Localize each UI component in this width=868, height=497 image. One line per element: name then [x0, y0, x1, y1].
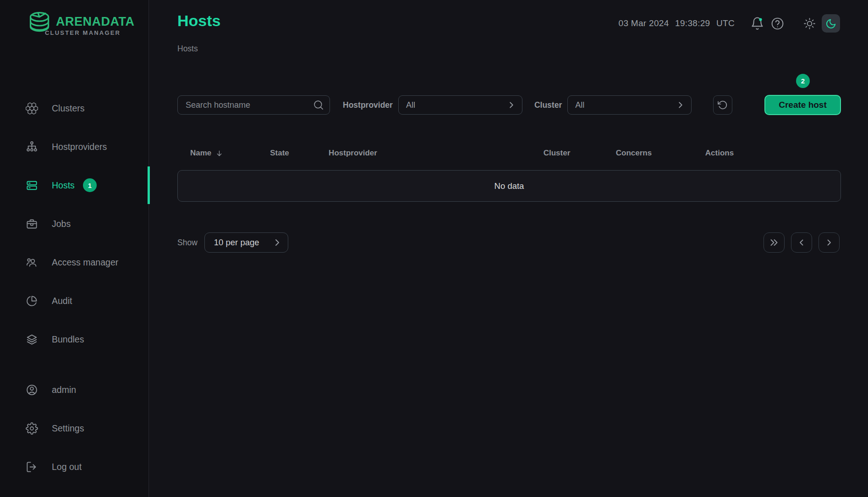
dark-theme-toggle[interactable] [822, 14, 840, 33]
date-text: 03 Mar 2024 [619, 18, 669, 28]
per-page-control: Show 10 per page [177, 232, 288, 253]
sidebar-item-label: Hosts [52, 180, 75, 191]
sidebar-item-label: Jobs [52, 219, 71, 229]
pagination [764, 232, 840, 253]
column-header-hostprovider: Hostprovider [329, 149, 377, 158]
sidebar-item-audit[interactable]: Audit [0, 282, 148, 320]
per-page-select[interactable]: 10 per page [204, 232, 288, 253]
column-header-state: State [270, 149, 289, 158]
breadcrumb: Hosts [177, 44, 198, 54]
search-box [177, 95, 330, 115]
sidebar-nav: Clusters Hostproviders [0, 89, 148, 486]
search-icon[interactable] [313, 99, 324, 111]
hosts-table-header: Name State Hostprovider Cluster Concerns… [177, 149, 841, 163]
sidebar-item-settings[interactable]: Settings [0, 409, 148, 447]
sidebar-item-logout[interactable]: Log out [0, 447, 148, 486]
no-data-text: No data [494, 181, 524, 191]
brand-subtitle: CLUSTER MANAGER [45, 29, 121, 36]
chevron-right-icon [824, 237, 835, 248]
refresh-button[interactable] [713, 95, 732, 115]
hosts-icon [26, 179, 38, 192]
chevron-right-icon [272, 237, 283, 248]
hostprovider-filter-value: All [406, 100, 415, 110]
sidebar-item-jobs[interactable]: Jobs [0, 204, 148, 243]
show-label: Show [177, 238, 198, 248]
audit-icon [26, 295, 38, 307]
search-hostname-input[interactable] [177, 95, 330, 115]
hostprovider-filter-select[interactable]: All [398, 95, 522, 115]
hosts-count-badge: 1 [83, 178, 97, 192]
column-header-cluster: Cluster [544, 149, 571, 158]
empty-table-placeholder: No data [177, 170, 841, 202]
access-manager-icon [26, 256, 38, 269]
per-page-value: 10 per page [214, 237, 259, 248]
sidebar-item-label: admin [52, 385, 76, 395]
sidebar-item-label: Access manager [52, 257, 118, 268]
next-page-button[interactable] [819, 232, 840, 253]
sidebar-item-hosts[interactable]: Hosts 1 [0, 166, 148, 204]
topbar: 03 Mar 2024 19:38:29 UTC [619, 14, 840, 33]
chevron-right-icon [506, 100, 516, 110]
refresh-icon [717, 99, 728, 110]
moon-icon [825, 18, 837, 29]
previous-page-button[interactable] [791, 232, 812, 253]
sidebar-item-label: Settings [52, 423, 84, 434]
sidebar-item-clusters[interactable]: Clusters [0, 89, 148, 127]
create-host-button[interactable]: Create host [764, 95, 841, 115]
jobs-icon [26, 218, 38, 230]
column-header-name[interactable]: Name [190, 149, 223, 158]
cluster-filter-select[interactable]: All [567, 95, 692, 115]
brand-name: ARENADATA [56, 15, 134, 29]
datetime-display: 03 Mar 2024 19:38:29 UTC [619, 18, 735, 28]
time-text: 19:38:29 [675, 18, 710, 28]
sidebar-item-label: Hostproviders [52, 142, 107, 152]
cluster-filter-label: Cluster [534, 100, 562, 110]
bundles-icon [26, 333, 38, 346]
help-icon[interactable] [770, 17, 785, 31]
chevron-left-icon [796, 237, 807, 248]
settings-gear-icon [26, 422, 38, 435]
cluster-filter-value: All [575, 100, 584, 110]
sidebar: ARENADATA CLUSTER MANAGER Clusters [0, 0, 149, 497]
create-host-count-badge: 2 [796, 74, 810, 88]
hostprovider-filter-label: Hostprovider [343, 100, 393, 110]
sidebar-item-hostproviders[interactable]: Hostproviders [0, 127, 148, 166]
clusters-icon [26, 102, 38, 115]
sidebar-item-label: Bundles [52, 334, 84, 345]
sidebar-item-label: Log out [52, 462, 82, 472]
hostproviders-icon [26, 141, 38, 153]
brand-logo: ARENADATA CLUSTER MANAGER [27, 10, 132, 39]
sort-desc-arrow-icon [215, 149, 223, 157]
light-theme-sun-icon[interactable] [803, 17, 816, 30]
last-page-button[interactable] [764, 232, 785, 253]
user-icon [26, 384, 38, 396]
logout-icon [26, 461, 38, 473]
notifications-bell-icon[interactable] [750, 17, 764, 31]
column-header-actions: Actions [705, 149, 734, 158]
sidebar-item-label: Clusters [52, 103, 85, 114]
app-window: ARENADATA CLUSTER MANAGER Clusters [0, 0, 868, 497]
chevrons-right-icon [768, 237, 780, 248]
sidebar-item-admin[interactable]: admin [0, 370, 148, 409]
page-title: Hosts [177, 12, 220, 30]
column-header-concerns: Concerns [616, 149, 652, 158]
sidebar-item-label: Audit [52, 296, 72, 306]
chevron-right-icon [676, 100, 686, 110]
sidebar-item-bundles[interactable]: Bundles [0, 320, 148, 359]
sidebar-item-access-manager[interactable]: Access manager [0, 243, 148, 282]
nav-section-gap [0, 359, 148, 370]
timezone-text: UTC [716, 18, 735, 28]
filter-toolbar: Hostprovider All Cluster All [177, 95, 841, 115]
